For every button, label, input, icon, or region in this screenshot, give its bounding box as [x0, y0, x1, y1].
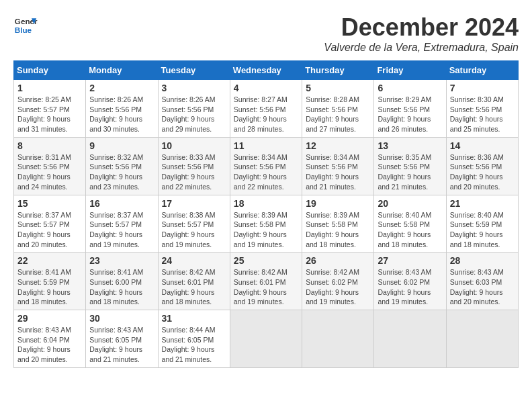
day-number: 29 — [17, 313, 82, 324]
calendar-week-3: 15Sunrise: 8:37 AMSunset: 5:57 PMDayligh… — [14, 195, 519, 253]
calendar-cell: 27Sunrise: 8:43 AMSunset: 6:02 PMDayligh… — [374, 253, 446, 310]
day-info: Sunrise: 8:43 AMSunset: 6:05 PMDaylight:… — [89, 325, 154, 365]
calendar-cell: 6Sunrise: 8:29 AMSunset: 5:56 PMDaylight… — [374, 80, 446, 138]
day-info: Sunrise: 8:43 AMSunset: 6:04 PMDaylight:… — [17, 325, 82, 365]
calendar-cell: 7Sunrise: 8:30 AMSunset: 5:56 PMDaylight… — [446, 80, 518, 138]
day-header-saturday: Saturday — [446, 61, 518, 80]
calendar-cell: 11Sunrise: 8:34 AMSunset: 5:56 PMDayligh… — [230, 137, 302, 195]
day-info: Sunrise: 8:34 AMSunset: 5:56 PMDaylight:… — [306, 152, 370, 192]
calendar-cell: 20Sunrise: 8:40 AMSunset: 5:58 PMDayligh… — [374, 195, 446, 253]
day-number: 23 — [89, 255, 154, 266]
day-number: 22 — [17, 255, 82, 266]
calendar-cell: 29Sunrise: 8:43 AMSunset: 6:04 PMDayligh… — [14, 310, 86, 368]
calendar-week-1: 1Sunrise: 8:25 AMSunset: 5:57 PMDaylight… — [14, 80, 519, 138]
day-header-thursday: Thursday — [302, 61, 374, 80]
calendar-cell: 19Sunrise: 8:39 AMSunset: 5:58 PMDayligh… — [302, 195, 374, 253]
day-number: 12 — [306, 140, 370, 151]
calendar-cell: 14Sunrise: 8:36 AMSunset: 5:56 PMDayligh… — [446, 137, 518, 195]
day-header-friday: Friday — [374, 61, 446, 80]
day-number: 13 — [378, 140, 442, 151]
title-area: December 2024 Valverde de la Vera, Extre… — [324, 13, 519, 54]
day-info: Sunrise: 8:39 AMSunset: 5:58 PMDaylight:… — [306, 210, 370, 250]
day-number: 3 — [162, 83, 226, 93]
calendar-cell — [230, 310, 302, 368]
calendar-cell: 28Sunrise: 8:43 AMSunset: 6:03 PMDayligh… — [446, 253, 518, 310]
calendar-cell: 25Sunrise: 8:42 AMSunset: 6:01 PMDayligh… — [230, 253, 302, 310]
day-info: Sunrise: 8:42 AMSunset: 6:01 PMDaylight:… — [234, 267, 298, 307]
day-number: 25 — [234, 255, 298, 266]
day-info: Sunrise: 8:35 AMSunset: 5:56 PMDaylight:… — [378, 152, 442, 192]
day-info: Sunrise: 8:42 AMSunset: 6:02 PMDaylight:… — [306, 267, 370, 307]
day-info: Sunrise: 8:25 AMSunset: 5:57 PMDaylight:… — [17, 95, 82, 134]
day-header-sunday: Sunday — [14, 61, 86, 80]
calendar-cell: 1Sunrise: 8:25 AMSunset: 5:57 PMDaylight… — [14, 80, 86, 138]
days-header-row: SundayMondayTuesdayWednesdayThursdayFrid… — [14, 61, 519, 80]
logo: General Blue — [13, 13, 38, 38]
day-number: 11 — [234, 140, 298, 151]
day-header-monday: Monday — [86, 61, 158, 80]
day-header-wednesday: Wednesday — [230, 61, 302, 80]
day-info: Sunrise: 8:41 AMSunset: 5:59 PMDaylight:… — [17, 267, 82, 307]
day-info: Sunrise: 8:27 AMSunset: 5:56 PMDaylight:… — [234, 95, 298, 134]
day-number: 16 — [89, 198, 154, 209]
calendar-cell: 31Sunrise: 8:44 AMSunset: 6:05 PMDayligh… — [158, 310, 230, 368]
calendar-cell: 23Sunrise: 8:41 AMSunset: 6:00 PMDayligh… — [86, 253, 158, 310]
day-number: 5 — [306, 83, 370, 93]
calendar-cell: 4Sunrise: 8:27 AMSunset: 5:56 PMDaylight… — [230, 80, 302, 138]
calendar-cell: 10Sunrise: 8:33 AMSunset: 5:56 PMDayligh… — [158, 137, 230, 195]
day-number: 17 — [162, 198, 226, 209]
day-info: Sunrise: 8:26 AMSunset: 5:56 PMDaylight:… — [89, 95, 154, 134]
day-number: 7 — [450, 83, 515, 93]
day-info: Sunrise: 8:43 AMSunset: 6:02 PMDaylight:… — [378, 267, 442, 307]
calendar-cell: 5Sunrise: 8:28 AMSunset: 5:56 PMDaylight… — [302, 80, 374, 138]
calendar-cell: 15Sunrise: 8:37 AMSunset: 5:57 PMDayligh… — [14, 195, 86, 253]
calendar-cell — [446, 310, 518, 368]
calendar-cell: 13Sunrise: 8:35 AMSunset: 5:56 PMDayligh… — [374, 137, 446, 195]
day-info: Sunrise: 8:40 AMSunset: 5:59 PMDaylight:… — [450, 210, 515, 250]
calendar-cell: 16Sunrise: 8:37 AMSunset: 5:57 PMDayligh… — [86, 195, 158, 253]
svg-text:Blue: Blue — [15, 26, 32, 34]
day-header-tuesday: Tuesday — [158, 61, 230, 80]
calendar-cell: 3Sunrise: 8:26 AMSunset: 5:56 PMDaylight… — [158, 80, 230, 138]
day-number: 9 — [89, 140, 154, 151]
day-number: 4 — [234, 83, 298, 93]
calendar-table: SundayMondayTuesdayWednesdayThursdayFrid… — [13, 60, 519, 368]
day-info: Sunrise: 8:39 AMSunset: 5:58 PMDaylight:… — [234, 210, 298, 250]
calendar-cell: 26Sunrise: 8:42 AMSunset: 6:02 PMDayligh… — [302, 253, 374, 310]
day-info: Sunrise: 8:28 AMSunset: 5:56 PMDaylight:… — [306, 95, 370, 134]
day-number: 18 — [234, 198, 298, 209]
day-info: Sunrise: 8:36 AMSunset: 5:56 PMDaylight:… — [450, 152, 515, 192]
month-title: December 2024 — [324, 13, 519, 42]
day-number: 30 — [89, 313, 154, 324]
calendar-cell: 30Sunrise: 8:43 AMSunset: 6:05 PMDayligh… — [86, 310, 158, 368]
calendar-cell: 2Sunrise: 8:26 AMSunset: 5:56 PMDaylight… — [86, 80, 158, 138]
calendar-cell: 12Sunrise: 8:34 AMSunset: 5:56 PMDayligh… — [302, 137, 374, 195]
logo-icon: General Blue — [13, 13, 38, 38]
calendar-week-2: 8Sunrise: 8:31 AMSunset: 5:56 PMDaylight… — [14, 137, 519, 195]
day-info: Sunrise: 8:34 AMSunset: 5:56 PMDaylight:… — [234, 152, 298, 192]
day-number: 8 — [17, 140, 82, 151]
day-number: 31 — [162, 313, 226, 324]
day-number: 26 — [306, 255, 370, 266]
day-info: Sunrise: 8:26 AMSunset: 5:56 PMDaylight:… — [162, 95, 226, 134]
day-number: 2 — [89, 83, 154, 93]
day-info: Sunrise: 8:33 AMSunset: 5:56 PMDaylight:… — [162, 152, 226, 192]
day-number: 28 — [450, 255, 515, 266]
page-header: General Blue December 2024 Valverde de l… — [13, 13, 519, 54]
day-number: 21 — [450, 198, 515, 209]
day-info: Sunrise: 8:38 AMSunset: 5:57 PMDaylight:… — [162, 210, 226, 250]
day-number: 10 — [162, 140, 226, 151]
calendar-cell — [302, 310, 374, 368]
day-info: Sunrise: 8:32 AMSunset: 5:56 PMDaylight:… — [89, 152, 154, 192]
day-number: 24 — [162, 255, 226, 266]
day-info: Sunrise: 8:37 AMSunset: 5:57 PMDaylight:… — [89, 210, 154, 250]
location-title: Valverde de la Vera, Extremadura, Spain — [324, 42, 519, 54]
calendar-cell: 24Sunrise: 8:42 AMSunset: 6:01 PMDayligh… — [158, 253, 230, 310]
calendar-cell — [374, 310, 446, 368]
day-number: 19 — [306, 198, 370, 209]
calendar-week-5: 29Sunrise: 8:43 AMSunset: 6:04 PMDayligh… — [14, 310, 519, 368]
calendar-cell: 9Sunrise: 8:32 AMSunset: 5:56 PMDaylight… — [86, 137, 158, 195]
day-number: 1 — [17, 83, 82, 93]
calendar-cell: 22Sunrise: 8:41 AMSunset: 5:59 PMDayligh… — [14, 253, 86, 310]
calendar-cell: 21Sunrise: 8:40 AMSunset: 5:59 PMDayligh… — [446, 195, 518, 253]
